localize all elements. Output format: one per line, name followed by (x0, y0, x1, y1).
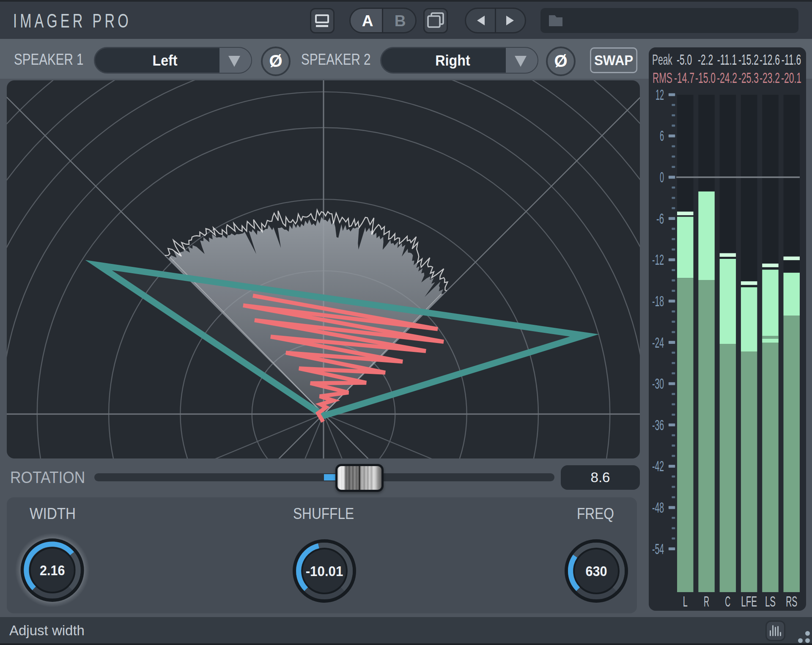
svg-text:6: 6 (660, 127, 664, 144)
svg-text:-10.01: -10.01 (306, 563, 343, 579)
svg-text:630: 630 (585, 563, 607, 579)
svg-text:C: C (725, 593, 730, 609)
svg-text:R: R (704, 593, 709, 609)
svg-text:2.16: 2.16 (40, 563, 65, 579)
svg-text:-48: -48 (652, 499, 664, 516)
svg-text:LFE: LFE (741, 593, 757, 609)
svg-text:12: 12 (656, 86, 664, 103)
svg-text:-54: -54 (652, 541, 664, 557)
svg-text:0: 0 (660, 169, 664, 185)
svg-text:LS: LS (765, 593, 776, 609)
svg-text:-36: -36 (652, 417, 664, 433)
svg-text:-12: -12 (652, 251, 664, 268)
svg-text:-42: -42 (652, 458, 664, 474)
svg-text:-6: -6 (656, 210, 664, 227)
svg-text:-24: -24 (652, 334, 664, 351)
svg-text:L: L (683, 593, 688, 609)
svg-text:RS: RS (786, 593, 797, 609)
svg-text:-18: -18 (652, 293, 664, 309)
svg-text:-30: -30 (652, 375, 664, 392)
